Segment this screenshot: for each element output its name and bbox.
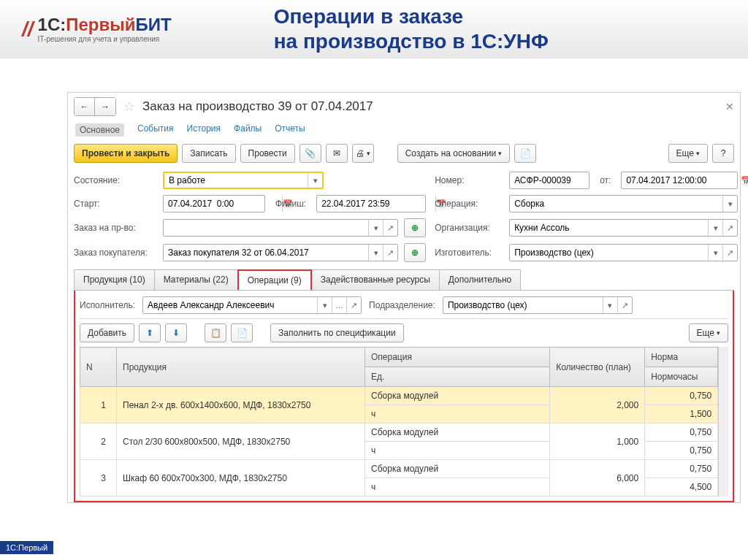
maker-label: Изготовитель: — [435, 248, 500, 258]
tab-materials[interactable]: Материалы (22) — [154, 269, 238, 290]
title-bar: ← → ☆ Заказ на производство 39 от 07.04.… — [74, 97, 734, 116]
dropdown-icon[interactable]: ▾ — [317, 297, 332, 313]
order-cust-label: Заказ покупателя: — [74, 248, 154, 258]
scrollbar[interactable] — [718, 347, 728, 496]
ellipsis-icon[interactable]: … — [332, 297, 346, 313]
dropdown-icon[interactable]: ▾ — [368, 245, 383, 261]
tab-operations[interactable]: Операции (9) — [237, 269, 312, 290]
main-toolbar: Провести и закрыть Записать Провести 📎 ✉… — [74, 144, 734, 163]
maker-input[interactable]: ▾↗ — [509, 244, 738, 261]
number-input[interactable] — [509, 172, 589, 189]
favorite-star-icon[interactable]: ☆ — [123, 99, 135, 115]
order-prod-input[interactable]: ▾↗ — [163, 219, 398, 237]
tab-extra[interactable]: Дополнительно — [439, 269, 521, 290]
save-button[interactable]: Записать — [182, 144, 235, 163]
col-qty[interactable]: Количество (план) — [550, 348, 645, 387]
open-icon[interactable]: ↗ — [383, 245, 397, 261]
tab-products[interactable]: Продукция (10) — [74, 269, 155, 290]
executor-label: Исполнитель: — [80, 300, 135, 310]
open-icon[interactable]: ↗ — [346, 297, 361, 313]
operations-table: N Продукция Операция Количество (план) Н… — [80, 347, 718, 496]
tabs: Продукция (10) Материалы (22) Операции (… — [74, 269, 734, 291]
logo-subtitle: IT-решения для учета и управления — [38, 35, 172, 43]
executor-input[interactable]: ▾…↗ — [142, 296, 362, 314]
start-input[interactable]: 📅 — [163, 195, 265, 212]
link-main[interactable]: Основное — [75, 123, 124, 137]
order-cust-input[interactable]: ▾↗ — [163, 244, 398, 261]
form-fields: Состояние: ▾ Номер: от: 📅 Старт: 📅 Финиш… — [74, 172, 734, 262]
post-button[interactable]: Провести — [240, 144, 295, 163]
logo-first: Первый — [66, 15, 135, 34]
start-label: Старт: — [74, 199, 154, 209]
add-row-button[interactable]: Добавить — [80, 323, 134, 342]
operation-input[interactable]: ▾ — [509, 195, 738, 212]
link-files[interactable]: Файлы — [234, 123, 262, 137]
slide-title: Операции в заказе на производство в 1С:У… — [274, 4, 549, 53]
date-input[interactable]: 📅 — [621, 172, 738, 189]
close-icon[interactable]: ✕ — [725, 101, 734, 112]
finish-input[interactable]: 📅 — [316, 195, 426, 212]
footer-tag: 1С:Первый — [0, 541, 53, 554]
from-label: от: — [600, 175, 611, 185]
table-row[interactable]: 2 Стол 2/30 600х800х500, МДФ, 1830х2750 … — [80, 423, 718, 442]
slide-header: // 1С:ПервыйБИТ IT-решения для учета и у… — [0, 0, 748, 58]
add-link-icon[interactable]: ⊕ — [404, 218, 426, 237]
link-reports[interactable]: Отчеты — [275, 123, 305, 137]
logo-brand: 1С: — [38, 15, 66, 34]
col-operation[interactable]: Операция — [365, 348, 550, 367]
post-and-close-button[interactable]: Провести и закрыть — [74, 144, 178, 163]
logo-mark-icon: // — [22, 18, 34, 41]
ops-more-button[interactable]: Еще — [689, 323, 728, 342]
dropdown-icon[interactable]: ▾ — [708, 245, 722, 261]
back-button[interactable]: ← — [75, 98, 95, 115]
col-product[interactable]: Продукция — [117, 348, 365, 387]
open-icon[interactable]: ↗ — [383, 220, 397, 236]
dept-input[interactable]: ▾↗ — [443, 296, 633, 314]
move-up-icon[interactable]: ⬆ — [139, 323, 161, 342]
app-window: ← → ☆ Заказ на производство 39 от 07.04.… — [67, 92, 741, 503]
number-label: Номер: — [435, 175, 500, 185]
dept-label: Подразделение: — [369, 300, 435, 310]
logo: // 1С:ПервыйБИТ IT-решения для учета и у… — [22, 15, 172, 43]
fill-spec-button[interactable]: Заполнить по спецификации — [270, 323, 404, 342]
dropdown-icon[interactable]: ▾ — [722, 196, 737, 212]
print-icon[interactable]: 🖨 — [352, 144, 374, 163]
org-input[interactable]: ▾↗ — [509, 219, 738, 237]
state-label: Состояние: — [74, 175, 154, 185]
paste-icon[interactable]: 📄 — [231, 323, 253, 342]
dropdown-icon[interactable]: ▾ — [308, 173, 322, 188]
link-history[interactable]: История — [187, 123, 221, 137]
table-row[interactable]: 1 Пенал 2-х дв. 600х1400х600, МДФ, 1830х… — [80, 387, 718, 405]
col-norm[interactable]: Норма — [645, 348, 718, 367]
move-down-icon[interactable]: ⬇ — [165, 323, 187, 342]
col-n[interactable]: N — [80, 348, 117, 387]
more-button[interactable]: Еще — [668, 144, 708, 163]
order-prod-label: Заказ на пр-во: — [74, 223, 154, 233]
dropdown-icon[interactable]: ▾ — [368, 220, 383, 236]
create-based-button[interactable]: Создать на основании — [397, 144, 511, 163]
copy-icon[interactable]: 📋 — [205, 323, 226, 342]
mail-icon[interactable]: ✉ — [326, 144, 348, 163]
col-hours[interactable]: Нормочасы — [645, 367, 718, 387]
col-unit[interactable]: Ед. — [365, 367, 550, 387]
dropdown-icon[interactable]: ▾ — [603, 297, 617, 313]
state-input[interactable]: ▾ — [163, 172, 324, 189]
attachment-icon[interactable]: 📎 — [299, 144, 321, 163]
logo-bit: БИТ — [136, 15, 172, 34]
add-link-icon[interactable]: ⊕ — [404, 243, 426, 262]
operations-panel: Исполнитель: ▾…↗ Подразделение: ▾↗ Добав… — [74, 291, 734, 502]
calendar-icon[interactable]: 📅 — [740, 172, 748, 188]
help-button[interactable]: ? — [712, 144, 734, 163]
open-icon[interactable]: ↗ — [617, 297, 632, 313]
open-icon[interactable]: ↗ — [722, 220, 737, 236]
finish-label: Финиш: — [275, 199, 306, 209]
tab-resources[interactable]: Задействованные ресурсы — [311, 269, 440, 290]
report-icon[interactable]: 📄 — [514, 144, 536, 163]
link-events[interactable]: События — [137, 123, 174, 137]
forward-button[interactable]: → — [95, 98, 115, 115]
org-label: Организация: — [435, 223, 500, 233]
table-row[interactable]: 3 Шкаф 60 600х700х300, МДФ, 1830х2750 Сб… — [80, 460, 718, 478]
dropdown-icon[interactable]: ▾ — [708, 220, 722, 236]
open-icon[interactable]: ↗ — [722, 245, 737, 261]
operation-label: Операция: — [435, 199, 500, 209]
